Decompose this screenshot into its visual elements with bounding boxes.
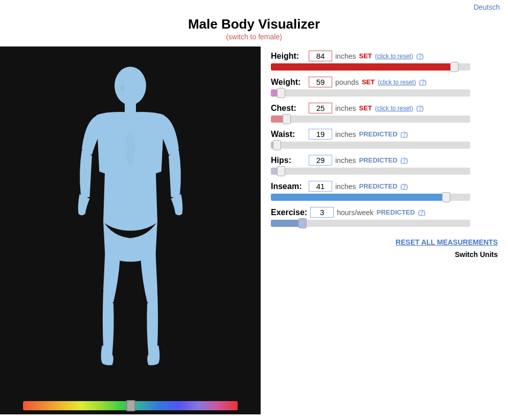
chest-input[interactable] <box>309 103 332 113</box>
waist-row: Waist: inches PREDICTED (?) <box>271 129 498 149</box>
exercise-slider-track[interactable] <box>271 220 470 227</box>
exercise-status: PREDICTED <box>377 208 415 216</box>
color-bar-thumb[interactable] <box>126 400 135 411</box>
chest-reset-link[interactable]: (click to reset) <box>375 105 413 112</box>
inseam-label-row: Inseam: inches PREDICTED (?) <box>271 181 498 192</box>
chest-status: SET <box>359 104 372 112</box>
height-help-link[interactable]: (?) <box>416 53 424 60</box>
footer-buttons: RESET ALL MEASUREMENTS Switch Units <box>271 238 498 259</box>
waist-status: PREDICTED <box>359 130 397 138</box>
height-reset-link[interactable]: (click to reset) <box>375 53 413 60</box>
chest-label: Chest: <box>271 104 306 113</box>
waist-slider-row <box>271 142 498 149</box>
chest-slider-row <box>271 115 498 123</box>
weight-unit: pounds <box>335 78 359 86</box>
inseam-label: Inseam: <box>271 182 306 191</box>
color-bar[interactable] <box>23 401 238 410</box>
top-bar: Deutsch <box>0 0 508 11</box>
weight-input[interactable] <box>309 77 332 87</box>
hips-input[interactable] <box>309 155 332 166</box>
inseam-slider-row <box>271 194 498 201</box>
height-slider-row <box>271 63 498 71</box>
chest-slider-track[interactable] <box>271 115 470 123</box>
waist-slider-thumb[interactable] <box>273 140 281 150</box>
hips-unit: inches <box>335 156 356 165</box>
body-model-svg <box>49 59 212 386</box>
hips-row: Hips: inches PREDICTED (?) <box>271 155 498 175</box>
waist-input[interactable] <box>309 129 332 139</box>
weight-slider-track[interactable] <box>271 89 470 97</box>
height-status: SET <box>359 52 372 60</box>
model-figure <box>0 46 261 398</box>
chest-row: Chest: inches SET (click to reset) (?) <box>271 103 498 123</box>
chest-unit: inches <box>335 104 356 112</box>
waist-label: Waist: <box>271 130 306 139</box>
switch-gender-link[interactable]: (switch to female) <box>226 33 282 41</box>
chest-slider-thumb[interactable] <box>283 114 291 124</box>
exercise-slider-row <box>271 220 498 227</box>
main-content: Height: inches SET (click to reset) (?) … <box>0 46 508 414</box>
hips-slider-track[interactable] <box>271 168 470 175</box>
svg-point-0 <box>114 66 146 105</box>
height-label: Height: <box>271 52 306 61</box>
waist-label-row: Waist: inches PREDICTED (?) <box>271 129 498 139</box>
exercise-slider-fill <box>271 220 303 227</box>
waist-unit: inches <box>335 130 356 138</box>
chest-help-link[interactable]: (?) <box>416 105 424 112</box>
hips-status: PREDICTED <box>359 156 397 164</box>
height-slider-track[interactable] <box>271 63 470 71</box>
page-title: Male Body Visualizer <box>0 16 508 32</box>
hips-slider-thumb[interactable] <box>277 166 285 176</box>
chest-label-row: Chest: inches SET (click to reset) (?) <box>271 103 498 113</box>
inseam-unit: inches <box>335 182 356 191</box>
weight-slider-row <box>271 89 498 97</box>
model-area <box>0 46 261 414</box>
language-link[interactable]: Deutsch <box>474 3 500 11</box>
weight-label-row: Weight: pounds SET (click to reset) (?) <box>271 77 498 87</box>
weight-help-link[interactable]: (?) <box>419 79 427 86</box>
exercise-row: Exercise: hours/week PREDICTED (?) <box>271 207 498 227</box>
hips-slider-row <box>271 168 498 175</box>
hips-label-row: Hips: inches PREDICTED (?) <box>271 155 498 166</box>
color-bar-row <box>0 398 261 414</box>
svg-point-2 <box>120 85 125 91</box>
inseam-slider-fill <box>271 194 446 201</box>
exercise-input[interactable] <box>310 207 334 218</box>
hips-label: Hips: <box>271 156 306 165</box>
switch-units-button[interactable]: Switch Units <box>455 250 498 259</box>
controls-area: Height: inches SET (click to reset) (?) … <box>261 46 508 414</box>
inseam-slider-track[interactable] <box>271 194 470 201</box>
exercise-help-link[interactable]: (?) <box>418 209 426 216</box>
exercise-label-row: Exercise: hours/week PREDICTED (?) <box>271 207 498 218</box>
svg-point-3 <box>126 132 135 166</box>
hips-help-link[interactable]: (?) <box>401 157 408 164</box>
exercise-slider-thumb[interactable] <box>298 218 307 228</box>
weight-slider-thumb[interactable] <box>277 88 285 98</box>
weight-row: Weight: pounds SET (click to reset) (?) <box>271 77 498 97</box>
inseam-row: Inseam: inches PREDICTED (?) <box>271 181 498 201</box>
inseam-help-link[interactable]: (?) <box>401 183 408 190</box>
weight-label: Weight: <box>271 78 306 87</box>
waist-slider-track[interactable] <box>271 142 470 149</box>
weight-reset-link[interactable]: (click to reset) <box>378 79 416 86</box>
inseam-status: PREDICTED <box>359 182 397 190</box>
waist-help-link[interactable]: (?) <box>401 131 408 138</box>
height-slider-fill <box>271 63 454 71</box>
page-title-area: Male Body Visualizer (switch to female) <box>0 11 508 43</box>
inseam-input[interactable] <box>309 181 332 192</box>
weight-status: SET <box>362 78 375 86</box>
exercise-unit: hours/week <box>337 208 374 217</box>
exercise-label: Exercise: <box>271 208 307 217</box>
height-slider-thumb[interactable] <box>450 62 458 72</box>
height-label-row: Height: inches SET (click to reset) (?) <box>271 51 498 61</box>
reset-all-button[interactable]: RESET ALL MEASUREMENTS <box>396 238 498 246</box>
height-row: Height: inches SET (click to reset) (?) <box>271 51 498 71</box>
inseam-slider-thumb[interactable] <box>442 192 450 202</box>
height-input[interactable] <box>309 51 332 61</box>
height-unit: inches <box>335 52 356 60</box>
